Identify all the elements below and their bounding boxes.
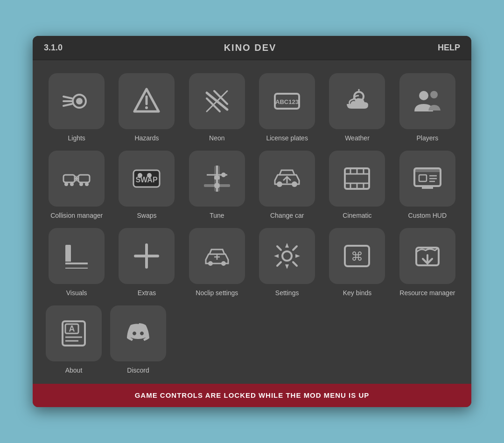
- icon-box-change-car: [259, 151, 315, 207]
- footer-bar: GAME CONTROLS ARE LOCKED WHILE THE MOD M…: [33, 384, 471, 407]
- item-label-resource-manager: Resource manager: [399, 289, 455, 297]
- svg-line-2: [63, 97, 72, 98]
- menu-item-change-car[interactable]: Change car: [256, 151, 318, 220]
- icon-box-key-binds: ⌘: [329, 228, 385, 284]
- menu-item-hazards[interactable]: Hazards: [116, 73, 177, 142]
- menu-item-license-plates[interactable]: ABC123License plates: [256, 73, 318, 142]
- menu-item-swaps[interactable]: SWAPSwaps: [116, 151, 177, 220]
- menu-item-discord[interactable]: Discord: [110, 305, 166, 374]
- svg-rect-18: [63, 175, 75, 182]
- titlebar: 3.1.0 KINO DEV HELP: [33, 36, 471, 60]
- footer-text: GAME CONTROLS ARE LOCKED WHILE THE MOD M…: [135, 391, 370, 399]
- icon-box-lights: [49, 73, 105, 129]
- item-label-cinematic: Cinematic: [343, 211, 371, 220]
- icon-box-extras: [119, 228, 175, 284]
- menu-item-settings[interactable]: Settings: [256, 228, 318, 297]
- icon-box-discord: [110, 305, 166, 361]
- menu-item-noclip-settings[interactable]: Noclip settings: [186, 228, 248, 297]
- svg-point-64: [282, 251, 292, 261]
- svg-point-1: [76, 98, 83, 104]
- icon-box-tune: [189, 151, 245, 207]
- icon-box-about: A: [46, 305, 102, 361]
- item-label-settings: Settings: [275, 289, 299, 297]
- icon-box-hazards: [119, 73, 175, 129]
- icon-box-settings: [259, 228, 315, 284]
- icon-box-collision-manager: [49, 151, 105, 207]
- menu-item-weather[interactable]: Weather: [326, 73, 388, 142]
- menu-item-cinematic[interactable]: Cinematic: [326, 151, 388, 220]
- item-label-visuals: Visuals: [66, 289, 87, 297]
- svg-point-29: [138, 173, 142, 178]
- menu-item-custom-hud[interactable]: Custom HUD: [397, 151, 458, 220]
- svg-point-7: [145, 106, 148, 109]
- app-title: KINO DEV: [224, 42, 277, 53]
- item-label-players: Players: [416, 134, 438, 142]
- content-area: LightsHazardsNeonABC123License platesWea…: [33, 60, 471, 384]
- svg-point-63: [221, 261, 226, 266]
- icon-box-visuals: [49, 228, 105, 284]
- svg-point-38: [221, 173, 226, 177]
- item-label-about: About: [65, 366, 83, 374]
- menu-item-resource-manager[interactable]: Resource manager: [397, 228, 458, 297]
- help-button[interactable]: HELP: [438, 43, 460, 53]
- menu-grid-last-row: AAboutDiscord: [46, 305, 458, 374]
- item-label-extras: Extras: [138, 289, 156, 297]
- svg-text:A: A: [69, 324, 75, 333]
- svg-point-30: [147, 173, 152, 178]
- item-label-weather: Weather: [345, 134, 370, 142]
- menu-grid: LightsHazardsNeonABC123License platesWea…: [46, 73, 458, 298]
- svg-point-62: [208, 261, 213, 266]
- menu-item-visuals[interactable]: Visuals: [46, 228, 107, 297]
- svg-point-23: [85, 182, 89, 186]
- svg-text:ABC123: ABC123: [275, 98, 299, 105]
- item-label-tune: Tune: [210, 211, 224, 220]
- menu-item-lights[interactable]: Lights: [46, 73, 107, 142]
- menu-item-extras[interactable]: Extras: [116, 228, 177, 297]
- svg-point-17: [430, 91, 438, 98]
- item-label-collision-manager: Collision manager: [50, 211, 103, 220]
- menu-item-collision-manager[interactable]: Collision manager: [46, 151, 107, 220]
- icon-box-swaps: SWAP: [119, 151, 175, 207]
- svg-point-39: [277, 181, 282, 187]
- item-label-change-car: Change car: [270, 211, 304, 220]
- svg-point-22: [79, 182, 83, 186]
- svg-rect-55: [419, 175, 427, 181]
- svg-rect-52: [414, 168, 441, 172]
- icon-box-license-plates: ABC123: [259, 73, 315, 129]
- svg-point-16: [419, 91, 428, 100]
- item-label-hazards: Hazards: [134, 134, 159, 142]
- svg-point-21: [70, 182, 74, 186]
- icon-box-neon: [189, 73, 245, 129]
- menu-item-key-binds[interactable]: ⌘Key binds: [326, 228, 388, 297]
- version-label: 3.1.0: [44, 43, 63, 53]
- svg-point-40: [292, 181, 297, 187]
- menu-item-about[interactable]: AAbout: [46, 305, 102, 374]
- menu-item-players[interactable]: Players: [397, 73, 458, 142]
- item-label-swaps: Swaps: [137, 211, 156, 220]
- svg-rect-19: [78, 175, 90, 182]
- icon-box-custom-hud: [399, 151, 455, 207]
- item-label-key-binds: Key binds: [343, 289, 371, 297]
- icon-box-noclip-settings: [189, 228, 245, 284]
- item-label-custom-hud: Custom HUD: [408, 211, 447, 220]
- item-label-noclip-settings: Noclip settings: [196, 289, 238, 297]
- menu-item-neon[interactable]: Neon: [186, 73, 248, 142]
- item-label-neon: Neon: [209, 134, 224, 142]
- item-label-license-plates: License plates: [266, 134, 308, 142]
- icon-box-weather: [329, 73, 385, 129]
- menu-item-tune[interactable]: Tune: [186, 151, 248, 220]
- svg-point-36: [214, 183, 220, 188]
- item-label-discord: Discord: [127, 366, 149, 374]
- svg-text:⌘: ⌘: [351, 249, 363, 263]
- icon-box-resource-manager: [399, 228, 455, 284]
- main-window: 3.1.0 KINO DEV HELP LightsHazardsNeonABC…: [33, 36, 471, 408]
- svg-line-4: [63, 104, 72, 106]
- icon-box-players: [399, 73, 455, 129]
- item-label-lights: Lights: [68, 134, 85, 142]
- icon-box-cinematic: [329, 151, 385, 207]
- svg-rect-32: [214, 176, 220, 180]
- svg-point-20: [64, 182, 68, 186]
